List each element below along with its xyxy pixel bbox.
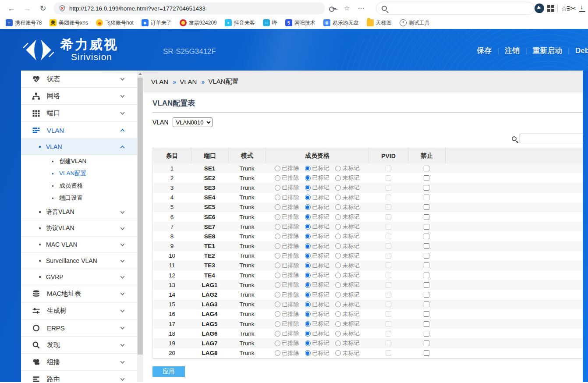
apps-grid-icon[interactable] xyxy=(547,5,554,12)
radio-untagged[interactable]: 未标记 xyxy=(335,320,360,328)
bookmark-item[interactable]: 测试工具 xyxy=(397,18,433,28)
radio-untagged[interactable]: 未标记 xyxy=(335,194,360,202)
radio-selected-icon[interactable] xyxy=(305,301,311,307)
radio-icon[interactable] xyxy=(335,262,341,268)
radio-tagged[interactable]: 已标记 xyxy=(305,330,329,337)
radio-icon[interactable] xyxy=(275,234,280,239)
radio-icon[interactable] xyxy=(335,253,341,259)
header-action-button[interactable]: 保存 xyxy=(477,46,492,56)
sidebar-item[interactable]: 创建VLAN xyxy=(21,155,137,167)
radio-selected-icon[interactable] xyxy=(305,234,311,239)
radio-excluded[interactable]: 已排除 xyxy=(275,223,299,231)
radio-tagged[interactable]: 已标记 xyxy=(305,164,329,172)
radio-excluded[interactable]: 已排除 xyxy=(275,320,299,328)
forbid-checkbox[interactable] xyxy=(424,340,429,346)
sidebar-item[interactable]: 语音VLAN xyxy=(21,204,137,220)
sidebar-item[interactable]: 端口设置 xyxy=(21,192,137,204)
radio-selected-icon[interactable] xyxy=(305,224,311,230)
radio-excluded[interactable]: 已排除 xyxy=(275,174,299,182)
sidebar-item[interactable]: VLAN配置 xyxy=(21,167,137,180)
radio-tagged[interactable]: 已标记 xyxy=(305,203,329,211)
sidebar-scrollbar[interactable] xyxy=(137,71,143,382)
radio-icon[interactable] xyxy=(275,204,280,210)
radio-tagged[interactable]: 已标记 xyxy=(305,184,329,192)
sidebar-item[interactable]: MAC地址表 xyxy=(21,285,137,302)
sidebar-item[interactable]: 成员资格 xyxy=(21,180,137,192)
sidebar-item[interactable]: 生成树 xyxy=(21,302,137,319)
radio-tagged[interactable]: 已标记 xyxy=(305,301,329,309)
bookmark-item[interactable]: 天梯图 xyxy=(364,18,395,28)
radio-selected-icon[interactable] xyxy=(305,185,311,191)
radio-icon[interactable] xyxy=(335,214,341,220)
radio-untagged[interactable]: 未标记 xyxy=(335,232,360,240)
bookmark-item[interactable]: ◆ 订单来了 xyxy=(138,18,175,28)
bookmark-item[interactable]: 发票924209 xyxy=(177,18,220,28)
radio-icon[interactable] xyxy=(335,311,341,317)
forward-icon[interactable]: → xyxy=(21,2,33,14)
forbid-checkbox[interactable] xyxy=(424,350,429,356)
radio-icon[interactable] xyxy=(335,195,341,200)
radio-excluded[interactable]: 已排除 xyxy=(275,310,299,318)
radio-untagged[interactable]: 未标记 xyxy=(335,291,360,299)
header-action-button[interactable]: Debug xyxy=(575,46,588,55)
radio-icon[interactable] xyxy=(275,166,280,171)
forbid-checkbox[interactable] xyxy=(424,243,429,249)
radio-icon[interactable] xyxy=(275,224,280,230)
radio-tagged[interactable]: 已标记 xyxy=(305,339,329,347)
header-action-button[interactable]: 重新启动 xyxy=(532,46,562,56)
header-action-button[interactable]: 注销 xyxy=(505,46,520,56)
forbid-checkbox[interactable] xyxy=(424,204,429,210)
radio-untagged[interactable]: 未标记 xyxy=(335,174,360,182)
forbid-checkbox[interactable] xyxy=(424,195,429,200)
sidebar-item[interactable]: 状态 xyxy=(21,71,137,88)
radio-icon[interactable] xyxy=(335,204,341,210)
radio-icon[interactable] xyxy=(335,234,341,239)
radio-tagged[interactable]: 已标记 xyxy=(305,174,329,182)
radio-tagged[interactable]: 已标记 xyxy=(305,213,329,221)
radio-icon[interactable] xyxy=(275,273,280,278)
sidebar-item[interactable]: Surveillance VLAN xyxy=(21,253,137,269)
radio-icon[interactable] xyxy=(335,166,341,171)
radio-excluded[interactable]: 已排除 xyxy=(275,262,299,270)
radio-tagged[interactable]: 已标记 xyxy=(305,223,329,231)
forbid-checkbox[interactable] xyxy=(424,166,429,171)
radio-untagged[interactable]: 未标记 xyxy=(335,213,360,221)
radio-icon[interactable] xyxy=(275,214,280,220)
radio-untagged[interactable]: 未标记 xyxy=(335,310,360,318)
radio-icon[interactable] xyxy=(275,311,280,317)
radio-excluded[interactable]: 已排除 xyxy=(275,271,299,279)
radio-selected-icon[interactable] xyxy=(305,243,311,249)
radio-tagged[interactable]: 已标记 xyxy=(305,252,329,260)
radio-excluded[interactable]: 已排除 xyxy=(275,349,299,357)
forbid-checkbox[interactable] xyxy=(424,311,429,317)
sidebar-item[interactable]: 发现 xyxy=(21,337,137,354)
bookmark-item[interactable]: □ 哔 xyxy=(260,18,280,28)
radio-icon[interactable] xyxy=(335,185,341,191)
breadcrumb-segment[interactable]: VLAN配置 xyxy=(208,78,238,86)
radio-icon[interactable] xyxy=(335,321,341,327)
radio-excluded[interactable]: 已排除 xyxy=(275,213,299,221)
radio-icon[interactable] xyxy=(335,224,341,230)
forbid-checkbox[interactable] xyxy=(424,331,429,337)
downloads-icon[interactable] xyxy=(579,5,585,11)
scroll-up-arrow-icon[interactable] xyxy=(137,71,143,77)
radio-selected-icon[interactable] xyxy=(305,311,311,317)
radio-icon[interactable] xyxy=(275,195,280,200)
bookmarks-list-icon[interactable]: ☆ xyxy=(561,4,567,13)
radio-tagged[interactable]: 已标记 xyxy=(305,232,329,240)
bookmark-item[interactable]: 飞猪账号hot xyxy=(93,18,137,28)
radio-untagged[interactable]: 未标记 xyxy=(335,223,360,231)
radio-selected-icon[interactable] xyxy=(305,282,311,288)
sidebar-item[interactable]: ERPS xyxy=(21,319,137,337)
forbid-checkbox[interactable] xyxy=(424,292,429,298)
radio-excluded[interactable]: 已排除 xyxy=(275,330,299,337)
vlan-select[interactable]: VLAN0010 xyxy=(173,117,213,127)
radio-excluded[interactable]: 已排除 xyxy=(275,301,299,309)
reload-icon[interactable]: ↻ xyxy=(37,2,49,14)
forbid-checkbox[interactable] xyxy=(424,321,429,327)
radio-excluded[interactable]: 已排除 xyxy=(275,194,299,202)
radio-selected-icon[interactable] xyxy=(305,214,311,220)
password-key-icon[interactable] xyxy=(329,6,336,11)
radio-icon[interactable] xyxy=(335,243,341,249)
bookmark-item[interactable]: ≡ 携程账号78 xyxy=(3,18,45,28)
